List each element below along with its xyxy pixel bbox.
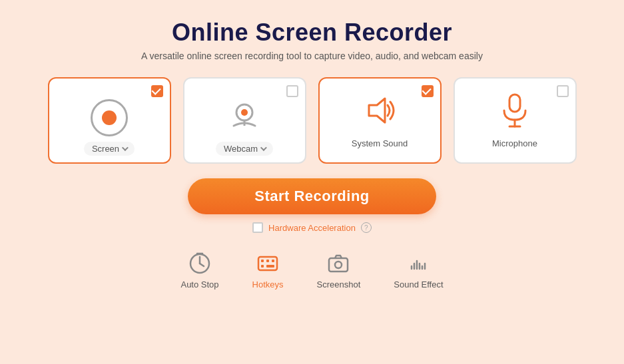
screen-card[interactable]: Screen: [48, 77, 171, 164]
webcam-checkbox[interactable]: [286, 85, 298, 97]
hotkeys-label: Hotkeys: [252, 279, 284, 289]
screen-icon: [91, 99, 128, 136]
start-recording-button[interactable]: Start Recording: [188, 178, 436, 214]
screen-dropdown[interactable]: Screen: [84, 142, 135, 156]
svg-rect-14: [266, 260, 269, 262]
screen-label: Screen: [92, 144, 119, 154]
bottom-toolbar: Auto Stop Hotkeys Screenshot: [180, 252, 443, 289]
hardware-help-icon[interactable]: ?: [361, 222, 372, 233]
cards-row: Screen Webcam System: [48, 77, 577, 164]
hotkeys-icon: [256, 252, 280, 275]
svg-rect-4: [509, 94, 520, 112]
screenshot-label: Screenshot: [317, 279, 361, 289]
hardware-row: Hardware Acceleration ?: [252, 222, 372, 233]
auto-stop-icon: [188, 252, 212, 275]
webcam-chevron-icon: [260, 144, 267, 151]
svg-point-19: [335, 262, 342, 268]
svg-rect-13: [261, 260, 264, 262]
svg-point-1: [241, 109, 248, 116]
header: Online Screen Recorder A versatile onlin…: [141, 19, 483, 61]
microphone-checkbox[interactable]: [557, 85, 569, 97]
svg-rect-18: [329, 258, 348, 272]
microphone-card[interactable]: Microphone: [454, 77, 577, 164]
microphone-icon: [500, 93, 529, 130]
webcam-dropdown[interactable]: Webcam: [216, 142, 273, 156]
sound-effect-tool[interactable]: Sound Effect: [394, 252, 443, 289]
hotkeys-tool[interactable]: Hotkeys: [252, 252, 284, 289]
auto-stop-tool[interactable]: Auto Stop: [180, 252, 218, 289]
svg-rect-15: [272, 260, 274, 262]
system-sound-checkbox[interactable]: [422, 85, 434, 97]
hardware-label: Hardware Acceleration: [268, 223, 356, 233]
microphone-label: Microphone: [492, 138, 537, 148]
screen-checkbox[interactable]: [151, 85, 163, 97]
hardware-checkbox[interactable]: [252, 222, 263, 233]
sound-icon: [362, 93, 397, 130]
svg-marker-3: [369, 98, 385, 122]
webcam-card[interactable]: Webcam: [183, 77, 306, 164]
webcam-icon: [227, 99, 262, 136]
auto-stop-label: Auto Stop: [180, 279, 218, 289]
system-sound-label: System Sound: [352, 138, 408, 148]
svg-rect-11: [258, 257, 277, 270]
webcam-label: Webcam: [224, 144, 258, 154]
screen-chevron-icon: [122, 144, 129, 151]
page-title: Online Screen Recorder: [141, 19, 483, 47]
svg-rect-16: [261, 265, 264, 268]
sound-effect-label: Sound Effect: [394, 279, 443, 289]
svg-rect-17: [266, 265, 274, 268]
page-subtitle: A versatile online screen recording tool…: [141, 51, 483, 61]
screenshot-icon: [326, 252, 350, 275]
system-sound-card[interactable]: System Sound: [318, 77, 442, 164]
svg-line-9: [200, 264, 204, 266]
sound-effect-icon: [406, 252, 430, 275]
screenshot-tool[interactable]: Screenshot: [317, 252, 361, 289]
